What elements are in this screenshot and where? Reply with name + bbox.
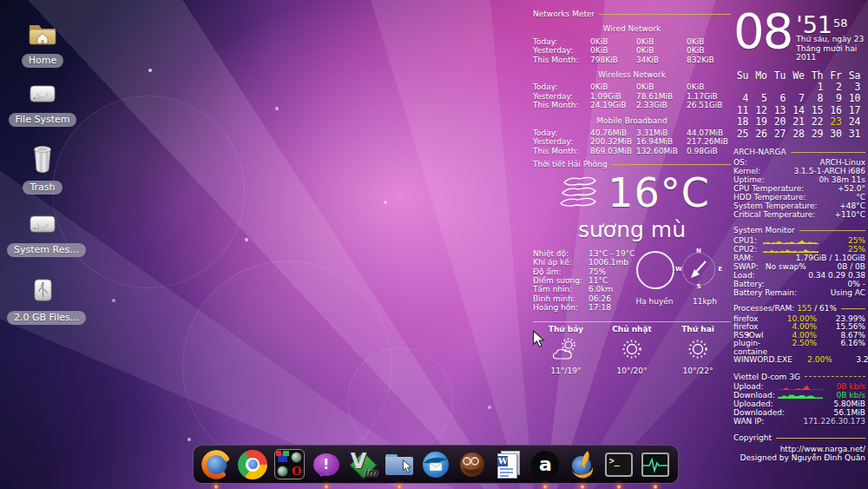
sun-cloud-icon bbox=[551, 336, 581, 362]
desktop-icon-label: System Res... bbox=[7, 243, 86, 257]
moon-phase-label: Hạ huyền bbox=[623, 297, 686, 306]
hard-drive-icon bbox=[27, 82, 58, 106]
fog-icon bbox=[554, 174, 602, 212]
dock-thunderbird[interactable] bbox=[418, 447, 453, 482]
net-row: Today:0KiB0KiB0KiB bbox=[533, 37, 731, 46]
moon-phase-icon bbox=[636, 251, 674, 289]
heading-rule bbox=[841, 308, 865, 309]
copyright-url: http://www.narga.net/ bbox=[733, 445, 865, 453]
wind-speed: 11kph bbox=[687, 297, 722, 306]
sun-icon bbox=[683, 336, 713, 362]
forecast-temps: 11°/19° bbox=[533, 367, 599, 375]
network-3g-title: Viettel D-com 3G bbox=[733, 373, 800, 381]
mobile-broadband-title: Mobile Broadband bbox=[533, 116, 731, 125]
heading-rule bbox=[805, 376, 865, 377]
dock-word[interactable]: W bbox=[491, 447, 526, 482]
heading-rule bbox=[799, 230, 865, 231]
running-indicator bbox=[543, 485, 548, 489]
conky-networks-weather: Networks Meter Wired Network Today:0KiB0… bbox=[533, 5, 731, 375]
weather-title: Thời tiết Hải Phòng bbox=[533, 160, 608, 169]
dock-vim[interactable]: Vim bbox=[345, 447, 380, 482]
desktop-icon-system-reserved[interactable]: System Res... bbox=[7, 212, 78, 257]
notification-bubble-icon: ! bbox=[313, 453, 339, 476]
dock-system-monitor[interactable] bbox=[638, 447, 673, 482]
calendar: SuMoTuWeThFrSa 123 45678910 111213141516… bbox=[733, 70, 865, 140]
dock-chrome[interactable] bbox=[235, 447, 270, 482]
net-row: Today:40.76MiB3.31MiB44.07MiB bbox=[533, 129, 731, 137]
cpu1-graph bbox=[763, 238, 819, 244]
dock-app-grid[interactable]: O bbox=[272, 447, 306, 482]
networks-meter-title: Networks Meter bbox=[533, 10, 595, 18]
wan-ip: 171.226.30.173 bbox=[803, 417, 865, 426]
forecast-divider bbox=[533, 321, 731, 322]
heading-rule bbox=[791, 152, 865, 153]
rssowl-icon bbox=[457, 450, 487, 479]
desktop-icon-file-system[interactable]: File System bbox=[7, 82, 78, 127]
system-monitor-icon bbox=[641, 453, 669, 477]
file-manager-icon bbox=[385, 454, 413, 475]
sun-icon bbox=[617, 336, 647, 362]
thunderbird-icon bbox=[420, 449, 451, 480]
forecast-day: Thứ hai bbox=[665, 325, 731, 334]
clock-second: 58 bbox=[833, 17, 848, 30]
heading-rule bbox=[776, 438, 865, 439]
wind-arrow-icon bbox=[683, 254, 714, 285]
dock-amarok[interactable]: a bbox=[528, 447, 562, 482]
net-row: This Month:24.19GiB2.33GiB26.51GiB bbox=[533, 101, 731, 109]
system-monitor-title: System Monitor bbox=[733, 226, 795, 235]
wallpaper-bubble bbox=[52, 96, 245, 288]
word-icon: W bbox=[497, 451, 520, 479]
desktop-icon-label: 2.0 GB Files... bbox=[7, 311, 86, 325]
desktop-icon-trash[interactable]: Trash bbox=[7, 144, 78, 195]
processes-title: Processes/RAM: 155 / 61% bbox=[733, 304, 837, 313]
running-indicator bbox=[214, 485, 219, 489]
process-count: 155 bbox=[797, 304, 812, 313]
dock-notification[interactable]: ! bbox=[309, 447, 344, 482]
desktop-icon-label: Home bbox=[22, 54, 63, 68]
desktop-icon-usb-volume[interactable]: 2.0 GB Files... bbox=[7, 276, 78, 325]
forecast: Thứ bảy 11°/19° Chủ nhật 10°/20° Thứ hai… bbox=[533, 325, 731, 375]
desktop-icon-label: File System bbox=[9, 113, 77, 127]
wallpaper-stars bbox=[0, 0, 2, 2]
forecast-temps: 10°/22° bbox=[665, 367, 731, 375]
running-indicator bbox=[397, 485, 401, 489]
app-grid-icon: O bbox=[274, 449, 305, 479]
wallpaper-bubble bbox=[347, 347, 453, 453]
upload-graph bbox=[778, 384, 823, 390]
clock-month-year: Tháng mười hai 2011 bbox=[796, 44, 865, 63]
dock-terminal[interactable]: >_ bbox=[602, 447, 636, 482]
clock-minute: '5158 bbox=[796, 13, 865, 35]
dock-firefox[interactable] bbox=[199, 447, 233, 482]
net-row: Yesterday:0KiB0KiB0KiB bbox=[533, 46, 731, 55]
dock-swoosh-browser[interactable] bbox=[565, 447, 600, 482]
net-row: Today:0KiB0KiB0KiB bbox=[533, 83, 731, 91]
download-graph bbox=[778, 393, 823, 399]
current-temperature: 16°C bbox=[608, 171, 710, 215]
copyright-title: Copyright bbox=[733, 433, 772, 442]
heading-rule bbox=[599, 14, 731, 15]
dock-rssowl[interactable] bbox=[455, 447, 490, 482]
system-info-title: ARCH-NARGA bbox=[733, 148, 786, 156]
trash-icon bbox=[30, 144, 55, 174]
net-row: Yesterday:200.32MiB16.94MiB217.26MiB bbox=[533, 137, 731, 146]
usb-drive-icon bbox=[29, 276, 56, 304]
wireless-network-title: Wireless Network bbox=[533, 70, 731, 79]
running-indicator bbox=[616, 485, 621, 489]
firefox-icon bbox=[201, 449, 232, 480]
copyright-author: Designed by Nguyễn Đình Quân bbox=[733, 453, 865, 462]
forecast-day: Chủ nhật bbox=[599, 325, 665, 334]
home-folder-icon bbox=[26, 19, 59, 47]
cpu2-graph bbox=[763, 247, 819, 253]
hard-drive-icon bbox=[27, 212, 58, 236]
wind-compass-icon: N W E S bbox=[682, 253, 715, 286]
desktop-icon-home[interactable]: Home bbox=[7, 19, 78, 68]
weather-condition: sương mù bbox=[533, 218, 731, 242]
dock-file-manager[interactable] bbox=[382, 447, 417, 482]
wired-network-title: Wired Network bbox=[533, 24, 731, 33]
desktop-icon-label: Trash bbox=[23, 181, 62, 195]
clock-date: Thứ sáu, ngày 23 bbox=[796, 35, 865, 44]
cpu2-usage: 25% bbox=[848, 246, 865, 254]
amarok-icon: a bbox=[531, 451, 559, 479]
conky-system-panel: 08 '5158 Thứ sáu, ngày 23 Tháng mười hai… bbox=[733, 12, 865, 462]
net-row: This Month:869.03MiB132.60MiB0.98GiB bbox=[533, 147, 731, 155]
